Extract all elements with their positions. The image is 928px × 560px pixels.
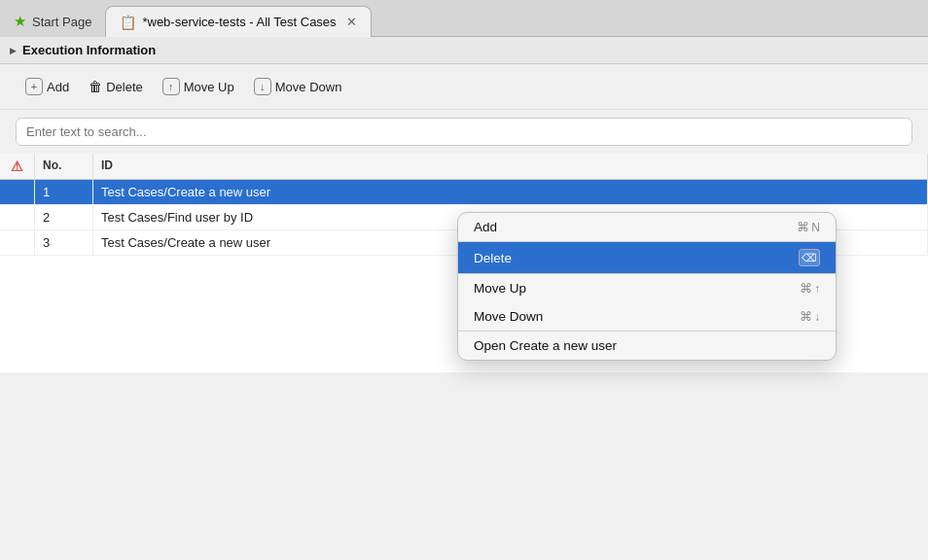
ctx-add-label: Add [474, 220, 497, 234]
tab-bar: ★ Start Page 📋 *web-service-tests - All … [0, 0, 928, 37]
row-alert-3 [0, 230, 35, 255]
move-up-button[interactable]: ↑ Move Up [153, 74, 244, 99]
tab-start-page[interactable]: ★ Start Page [0, 6, 105, 37]
tab-close-icon[interactable]: ✕ [346, 15, 357, 29]
row-alert-2 [0, 205, 35, 229]
table-container: ⚠ No. ID 1 Test Cases/Create a new user … [0, 154, 928, 372]
table-row[interactable]: 1 Test Cases/Create a new user [0, 180, 928, 205]
context-menu-item-move-down[interactable]: Move Down ⌘ ↓ [458, 302, 836, 331]
row-alert-1 [0, 180, 35, 204]
row-id-1: Test Cases/Create a new user [93, 180, 928, 204]
ctx-open-label: Open Create a new user [474, 338, 617, 353]
ctx-delete-shortcut: ⌫ [799, 249, 820, 266]
ctx-move-down-label: Move Down [474, 309, 543, 324]
table-icon: 📋 [120, 15, 136, 30]
section-arrow-icon: ▶ [10, 46, 17, 55]
ctx-move-down-shortcut: ⌘ ↓ [800, 309, 820, 324]
star-icon: ★ [14, 13, 26, 30]
context-menu-item-move-up[interactable]: Move Up ⌘ ↑ [458, 274, 836, 302]
section-header[interactable]: ▶ Execution Information [0, 37, 928, 64]
toolbar: + Add 🗑 Delete ↑ Move Up ↓ Move Down [0, 64, 928, 110]
context-menu-item-add[interactable]: Add ⌘ N [458, 213, 836, 241]
move-down-label: Move Down [275, 80, 342, 94]
col-header-no: No. [35, 154, 93, 179]
delete-label: Delete [106, 80, 143, 94]
context-menu: Add ⌘ N Delete ⌫ Move Up ⌘ ↑ Move Down ⌘… [457, 212, 837, 361]
ctx-move-up-shortcut: ⌘ ↑ [800, 281, 820, 296]
search-bar [0, 110, 928, 154]
add-button[interactable]: + Add [16, 74, 79, 99]
trash-icon: 🗑 [89, 79, 102, 94]
col-header-alert: ⚠ [0, 154, 35, 179]
delete-key-icon: ⌫ [799, 249, 820, 266]
row-no-3: 3 [35, 230, 93, 255]
ctx-add-shortcut: ⌘ N [797, 220, 820, 234]
tab-test-cases-label: *web-service-tests - All Test Cases [142, 15, 336, 29]
move-down-button[interactable]: ↓ Move Down [244, 74, 352, 99]
add-label: Add [47, 80, 69, 94]
section-title: Execution Information [22, 43, 156, 57]
table-header: ⚠ No. ID [0, 154, 928, 180]
down-icon: ↓ [254, 78, 271, 95]
tab-test-cases[interactable]: 📋 *web-service-tests - All Test Cases ✕ [105, 6, 371, 37]
tab-start-page-label: Start Page [32, 15, 91, 29]
row-no-1: 1 [35, 180, 93, 204]
delete-button[interactable]: 🗑 Delete [79, 75, 153, 98]
context-menu-item-delete[interactable]: Delete ⌫ [458, 242, 836, 273]
up-icon: ↑ [162, 78, 180, 95]
search-input[interactable] [16, 118, 912, 146]
ctx-move-up-label: Move Up [474, 281, 526, 296]
add-icon: + [25, 78, 43, 95]
row-no-2: 2 [35, 205, 93, 229]
col-header-id: ID [93, 154, 928, 179]
move-up-label: Move Up [184, 80, 234, 94]
context-menu-item-open[interactable]: Open Create a new user [458, 332, 836, 360]
ctx-delete-label: Delete [474, 251, 512, 265]
